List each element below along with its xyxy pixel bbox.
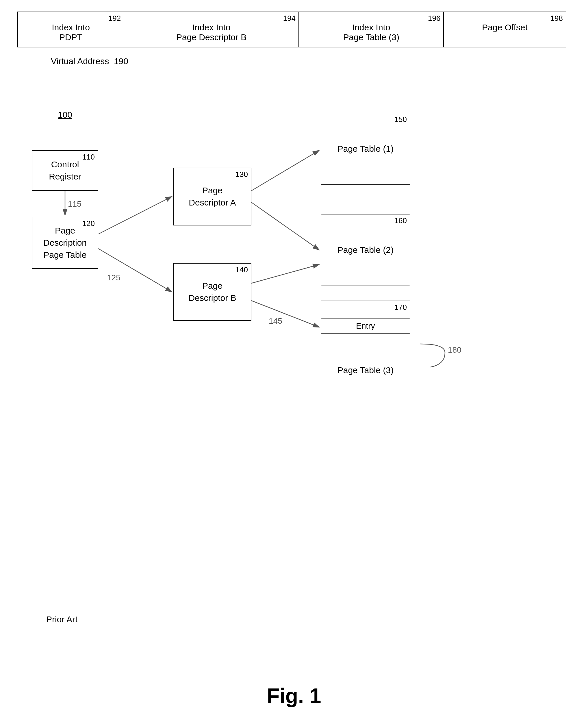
va-cell-198: 198 Page Offset bbox=[443, 12, 566, 47]
pt-3-entry: Entry bbox=[321, 318, 410, 333]
ref-160: 160 bbox=[394, 216, 407, 225]
arrows-svg: 115 125 145 bbox=[17, 92, 566, 671]
prior-art-label: Prior Art bbox=[46, 615, 78, 624]
ref-150: 150 bbox=[394, 115, 407, 124]
arrow-pdpt-pda bbox=[98, 197, 172, 234]
ref-120: 120 bbox=[82, 219, 95, 228]
pt-3-label: Page Table (3) bbox=[321, 365, 410, 375]
ref-170: 170 bbox=[394, 303, 407, 312]
pd-a-label: PageDescriptor A bbox=[189, 184, 236, 209]
arrow-125-line bbox=[98, 249, 172, 292]
page-container: 192 Index IntoPDPT 194 Index IntoPage De… bbox=[0, 0, 588, 722]
arrow-pda-pt2 bbox=[251, 202, 319, 250]
arrow-145-label: 145 bbox=[269, 316, 282, 326]
arrow-180-label: 180 bbox=[448, 345, 461, 354]
arrow-115-label: 115 bbox=[68, 200, 82, 208]
virtual-address-label: Virtual Address 190 bbox=[17, 56, 162, 66]
va-cell-196: 196 Index IntoPage Table (3) bbox=[299, 12, 443, 47]
va-cell-192: 192 Index IntoPDPT bbox=[18, 12, 124, 47]
arrow-145-line bbox=[251, 301, 319, 327]
arrow-pdb-pt2 bbox=[251, 265, 319, 283]
pd-b-label: PageDescriptor B bbox=[188, 280, 236, 304]
page-table-2-box: 160 Page Table (2) bbox=[321, 214, 410, 286]
pdpt-label: PageDescriptionPage Table bbox=[43, 225, 87, 261]
va-cell-194: 194 Index IntoPage Descriptor B bbox=[124, 12, 299, 47]
arrow-180-curve bbox=[420, 344, 445, 367]
control-register-box: 110 ControlRegister bbox=[32, 150, 98, 191]
pt-1-label: Page Table (1) bbox=[337, 143, 394, 155]
diagram: 100 110 ControlRegister 120 PageDescript… bbox=[17, 92, 566, 671]
ref-140: 140 bbox=[235, 265, 248, 274]
ref-196: 196 bbox=[428, 14, 440, 23]
label-100: 100 bbox=[58, 110, 72, 120]
va-cell-192-text: Index IntoPDPT bbox=[24, 23, 118, 42]
page-descriptor-b-box: 140 PageDescriptor B bbox=[173, 263, 251, 321]
page-table-3-box: 170 Entry Page Table (3) bbox=[321, 301, 410, 387]
page-descriptor-a-box: 130 PageDescriptor A bbox=[173, 168, 251, 225]
va-cell-196-text: Index IntoPage Table (3) bbox=[305, 23, 438, 42]
figure-label: Fig. 1 bbox=[267, 684, 321, 707]
pt-2-label: Page Table (2) bbox=[337, 244, 394, 256]
ref-192: 192 bbox=[108, 14, 121, 23]
pdpt-box: 120 PageDescriptionPage Table bbox=[32, 217, 98, 269]
va-cell-198-text: Page Offset bbox=[449, 23, 560, 33]
virtual-address-table: 192 Index IntoPDPT 194 Index IntoPage De… bbox=[17, 12, 566, 47]
ref-130: 130 bbox=[235, 170, 248, 179]
arrow-125-label: 125 bbox=[107, 273, 121, 282]
ref-198: 198 bbox=[550, 14, 563, 23]
control-register-label: ControlRegister bbox=[49, 158, 81, 183]
va-cell-194-text: Index IntoPage Descriptor B bbox=[130, 23, 293, 42]
arrow-pda-pt1 bbox=[251, 150, 319, 191]
ref-194: 194 bbox=[283, 14, 296, 23]
ref-110: 110 bbox=[82, 152, 95, 162]
page-table-1-box: 150 Page Table (1) bbox=[321, 113, 410, 185]
